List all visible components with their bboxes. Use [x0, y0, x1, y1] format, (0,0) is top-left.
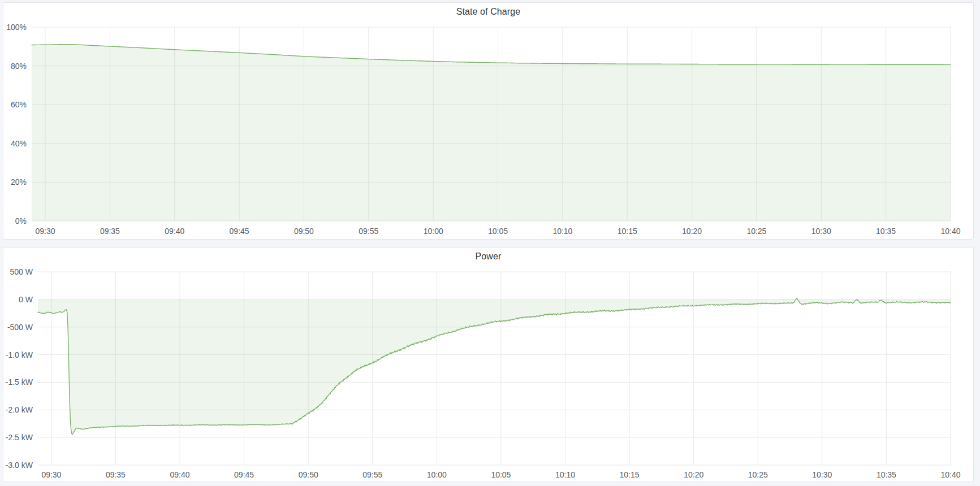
svg-text:-1.0 kW: -1.0 kW [6, 350, 33, 359]
svg-text:10:40: 10:40 [940, 470, 960, 479]
svg-text:-3.0 kW: -3.0 kW [6, 461, 33, 470]
x-axis-labels: 09:3009:3509:4009:4509:5009:5510:0010:05… [35, 227, 960, 236]
svg-text:10:30: 10:30 [811, 227, 831, 236]
svg-text:20%: 20% [11, 177, 27, 186]
svg-text:09:35: 09:35 [106, 470, 126, 479]
y-axis-labels: 500 W0 W-500 W-1.0 kW-1.5 kW-2.0 kW-2.5 … [6, 267, 33, 470]
svg-text:10:20: 10:20 [684, 470, 703, 479]
panel-state-of-charge: State of Charge 100%80%60%40%20%0%09:300… [3, 2, 974, 240]
svg-text:09:45: 09:45 [230, 227, 249, 236]
dashboard: State of Charge 100%80%60%40%20%0%09:300… [0, 0, 980, 486]
svg-text:10:35: 10:35 [876, 227, 896, 236]
svg-text:-500 W: -500 W [7, 323, 33, 332]
y-axis-labels: 100%80%60%40%20%0% [6, 23, 27, 225]
panel-title-state-of-charge[interactable]: State of Charge [3, 6, 973, 18]
svg-text:10:15: 10:15 [618, 227, 637, 236]
state-of-charge-chart[interactable]: 100%80%60%40%20%0%09:3009:3509:4009:4509… [3, 3, 973, 239]
svg-text:09:40: 09:40 [165, 227, 184, 236]
svg-text:09:55: 09:55 [359, 227, 378, 236]
panel-power: Power 500 W0 W-500 W-1.0 kW-1.5 kW-2.0 k… [3, 247, 974, 482]
power-chart[interactable]: 500 W0 W-500 W-1.0 kW-1.5 kW-2.0 kW-2.5 … [3, 248, 973, 481]
svg-text:10:05: 10:05 [491, 470, 511, 479]
svg-text:09:30: 09:30 [35, 227, 55, 236]
svg-text:60%: 60% [11, 100, 27, 109]
svg-text:09:40: 09:40 [170, 470, 189, 479]
svg-text:500 W: 500 W [10, 267, 33, 276]
svg-text:09:55: 09:55 [362, 470, 382, 479]
svg-text:80%: 80% [11, 62, 27, 71]
svg-text:0%: 0% [15, 216, 27, 225]
svg-text:100%: 100% [6, 23, 27, 32]
svg-text:10:30: 10:30 [812, 470, 832, 479]
svg-text:-2.5 kW: -2.5 kW [6, 433, 33, 442]
svg-text:10:05: 10:05 [488, 227, 508, 236]
svg-text:10:35: 10:35 [877, 470, 896, 479]
svg-text:09:50: 09:50 [294, 227, 314, 236]
svg-text:10:00: 10:00 [427, 470, 447, 479]
svg-text:10:25: 10:25 [746, 227, 766, 236]
panel-title-power[interactable]: Power [3, 251, 973, 262]
svg-text:10:00: 10:00 [424, 227, 443, 236]
svg-text:40%: 40% [11, 139, 27, 148]
svg-text:10:10: 10:10 [555, 470, 575, 479]
svg-text:09:50: 09:50 [299, 470, 318, 479]
series-area-fill [38, 298, 951, 435]
svg-text:10:40: 10:40 [940, 227, 960, 236]
svg-text:09:35: 09:35 [100, 227, 120, 236]
svg-text:10:10: 10:10 [552, 227, 572, 236]
svg-text:10:20: 10:20 [682, 227, 702, 236]
svg-text:10:15: 10:15 [620, 470, 640, 479]
series-area-fill [32, 45, 951, 221]
svg-text:09:30: 09:30 [41, 470, 61, 479]
x-axis-labels: 09:3009:3509:4009:4509:5009:5510:0010:05… [41, 470, 960, 479]
svg-text:0 W: 0 W [19, 295, 33, 304]
svg-text:-1.5 kW: -1.5 kW [6, 377, 33, 387]
svg-text:10:25: 10:25 [748, 470, 768, 479]
svg-text:09:45: 09:45 [234, 470, 254, 479]
svg-text:-2.0 kW: -2.0 kW [6, 405, 33, 414]
